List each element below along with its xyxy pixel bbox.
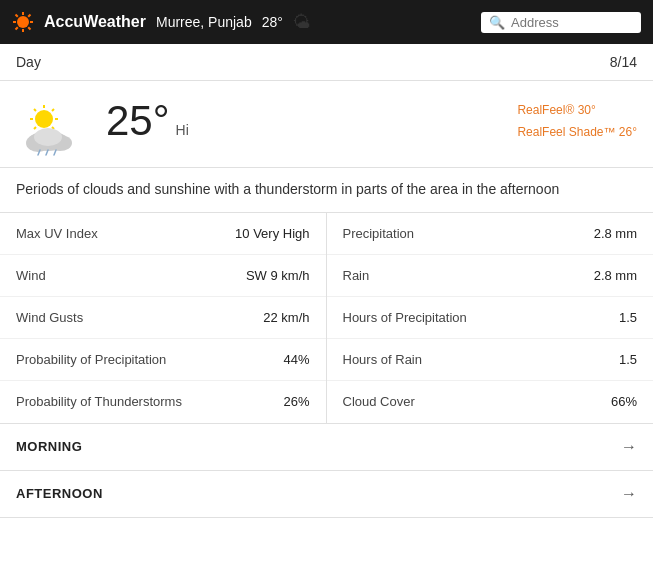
stat-row: Cloud Cover66% <box>327 381 654 423</box>
stat-label: Rain <box>343 268 370 283</box>
time-section-morning[interactable]: MORNING→ <box>0 424 653 471</box>
realfeel-shade-label: RealFeel Shade™ <box>517 125 618 139</box>
location-label: Murree, Punjab <box>156 14 252 30</box>
time-section-afternoon[interactable]: AFTERNOON→ <box>0 471 653 518</box>
stat-row: Wind Gusts22 km/h <box>0 297 326 339</box>
day-label: Day <box>16 54 41 70</box>
stat-label: Cloud Cover <box>343 394 415 409</box>
stat-row: Probability of Precipitation44% <box>0 339 326 381</box>
weather-main: 25° Hi RealFeel® 30° RealFeel Shade™ 26° <box>0 81 653 168</box>
stat-value: 44% <box>283 352 309 367</box>
stat-row: Rain2.8 mm <box>327 255 654 297</box>
header-weather-icon: 🌤 <box>293 12 311 33</box>
weather-description: Periods of clouds and sunshine with a th… <box>0 168 653 213</box>
realfeel-line: RealFeel® 30° <box>517 101 637 117</box>
stat-value: 26% <box>283 394 309 409</box>
svg-line-8 <box>16 27 18 29</box>
stat-row: Hours of Precipitation1.5 <box>327 297 654 339</box>
svg-line-16 <box>52 109 54 111</box>
temp-block: 25° Hi <box>106 97 189 145</box>
search-input[interactable] <box>511 15 633 30</box>
stat-row: Max UV Index10 Very High <box>0 213 326 255</box>
stats-right: Precipitation2.8 mmRain2.8 mmHours of Pr… <box>327 213 654 423</box>
realfeel-label: RealFeel® <box>517 103 577 117</box>
svg-line-5 <box>16 15 18 17</box>
stat-value: 66% <box>611 394 637 409</box>
time-sections-container: MORNING→AFTERNOON→ <box>0 424 653 518</box>
stat-label: Probability of Thunderstorms <box>16 394 182 409</box>
stat-value: 1.5 <box>619 352 637 367</box>
stat-row: Probability of Thunderstorms26% <box>0 381 326 423</box>
stat-value: 22 km/h <box>263 310 309 325</box>
arrow-right-icon: → <box>621 485 637 503</box>
svg-line-24 <box>54 150 56 155</box>
time-section-label: AFTERNOON <box>16 486 103 501</box>
day-bar: Day 8/14 <box>0 44 653 81</box>
svg-line-7 <box>28 15 30 17</box>
stat-row: Hours of Rain1.5 <box>327 339 654 381</box>
realfeel-shade-line: RealFeel Shade™ 26° <box>517 123 637 139</box>
stat-value: 2.8 mm <box>594 226 637 241</box>
stat-value: 10 Very High <box>235 226 309 241</box>
time-section-label: MORNING <box>16 439 82 454</box>
search-box[interactable]: 🔍 <box>481 12 641 33</box>
stat-label: Max UV Index <box>16 226 98 241</box>
stat-label: Hours of Precipitation <box>343 310 467 325</box>
day-date: 8/14 <box>610 54 637 70</box>
realfeel-block: RealFeel® 30° RealFeel Shade™ 26° <box>517 97 637 139</box>
stat-value: SW 9 km/h <box>246 268 310 283</box>
weather-icon-large <box>16 97 86 157</box>
search-icon: 🔍 <box>489 15 505 30</box>
stat-label: Probability of Precipitation <box>16 352 166 367</box>
app-header: AccuWeather Murree, Punjab 28° 🌤 🔍 <box>0 0 653 44</box>
stat-value: 2.8 mm <box>594 268 637 283</box>
main-temperature: 25° <box>106 97 170 145</box>
svg-line-6 <box>28 27 30 29</box>
stat-value: 1.5 <box>619 310 637 325</box>
stat-row: WindSW 9 km/h <box>0 255 326 297</box>
app-logo-text: AccuWeather <box>44 13 146 31</box>
header-temp: 28° <box>262 14 283 30</box>
svg-point-21 <box>34 128 62 146</box>
stats-left: Max UV Index10 Very HighWindSW 9 km/hWin… <box>0 213 327 423</box>
realfeel-value: 30° <box>578 103 596 117</box>
svg-point-9 <box>35 110 53 128</box>
svg-point-0 <box>17 16 29 28</box>
stat-label: Precipitation <box>343 226 415 241</box>
arrow-right-icon: → <box>621 438 637 456</box>
hi-label: Hi <box>176 122 189 138</box>
stats-section: Max UV Index10 Very HighWindSW 9 km/hWin… <box>0 213 653 424</box>
svg-line-17 <box>34 127 36 129</box>
stat-label: Hours of Rain <box>343 352 422 367</box>
stat-label: Wind <box>16 268 46 283</box>
stat-row: Precipitation2.8 mm <box>327 213 654 255</box>
accu-logo-icon <box>12 11 34 33</box>
realfeel-shade-value: 26° <box>619 125 637 139</box>
svg-line-14 <box>34 109 36 111</box>
stat-label: Wind Gusts <box>16 310 83 325</box>
